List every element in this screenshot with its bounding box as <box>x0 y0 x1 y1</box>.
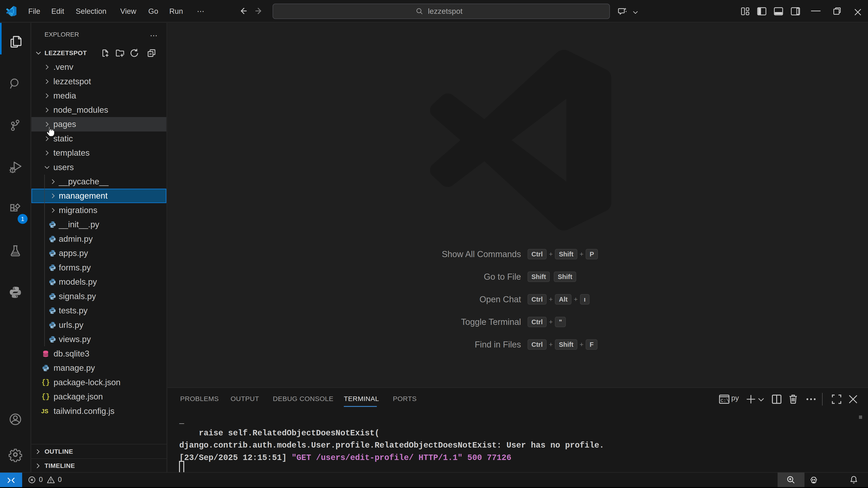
svg-text:C:\: C:\ <box>721 398 729 403</box>
